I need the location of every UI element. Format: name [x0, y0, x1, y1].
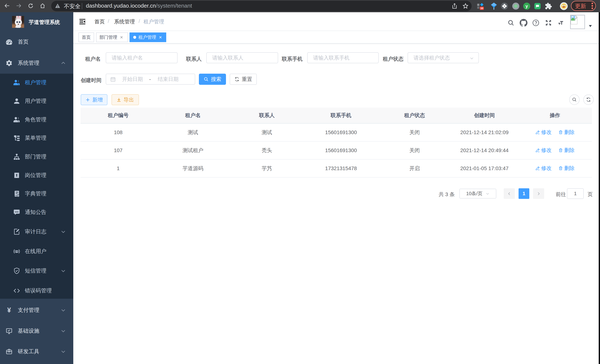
- svg-text:y: y: [525, 3, 528, 9]
- svg-text:10: 10: [480, 7, 483, 10]
